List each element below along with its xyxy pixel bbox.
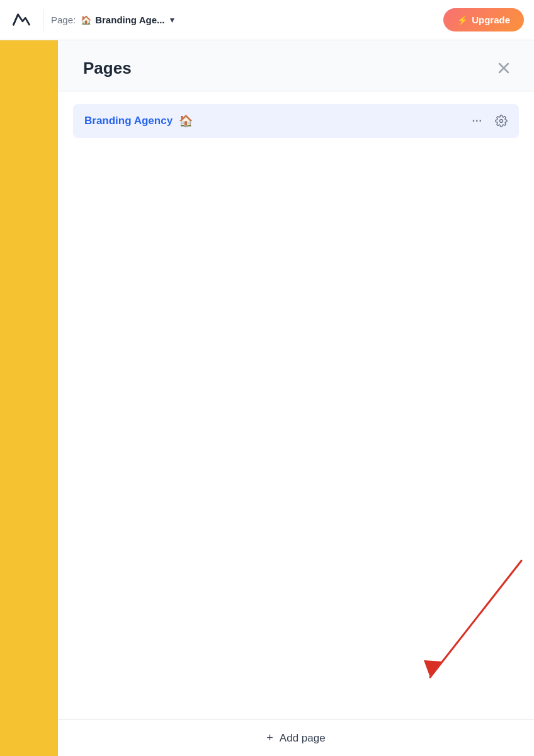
add-page-footer[interactable]: + Add page	[58, 719, 534, 756]
page-item-actions: ···	[469, 113, 508, 129]
upgrade-label: Upgrade	[472, 14, 510, 25]
close-button[interactable]	[494, 58, 514, 78]
logo-area	[10, 9, 43, 32]
page-item[interactable]: Branding Agency 🏠 ···	[73, 104, 519, 138]
upgrade-button[interactable]: ⚡ Upgrade	[443, 8, 524, 32]
add-page-content: + Add page	[266, 731, 325, 745]
page-settings-button[interactable]	[495, 115, 508, 127]
app-logo	[10, 9, 33, 32]
add-icon: +	[266, 731, 273, 745]
page-selector: Page: 🏠 Branding Age... ▼	[51, 14, 436, 25]
home-icon-small: 🏠	[81, 15, 91, 25]
current-page-name: Branding Age...	[95, 14, 164, 25]
header-bar: Page: 🏠 Branding Age... ▼ ⚡ Upgrade	[0, 0, 534, 40]
page-item-left: Branding Agency 🏠	[84, 114, 193, 128]
chevron-down-icon: ▼	[168, 16, 176, 25]
page-item-name: Branding Agency	[84, 115, 173, 127]
gear-icon	[495, 115, 508, 127]
add-page-label: Add page	[280, 732, 326, 745]
more-options-button[interactable]: ···	[469, 113, 486, 129]
close-icon	[497, 61, 511, 75]
panel-title: Pages	[83, 59, 132, 78]
bolt-icon: ⚡	[457, 15, 468, 25]
page-name-area[interactable]: 🏠 Branding Age... ▼	[81, 14, 176, 25]
pages-panel: Pages Branding Agency 🏠 ···	[58, 40, 534, 756]
pages-list: Branding Agency 🏠 ···	[58, 91, 534, 756]
panel-header: Pages	[58, 40, 534, 91]
page-label: Page:	[51, 14, 76, 25]
page-home-icon: 🏠	[179, 114, 193, 128]
